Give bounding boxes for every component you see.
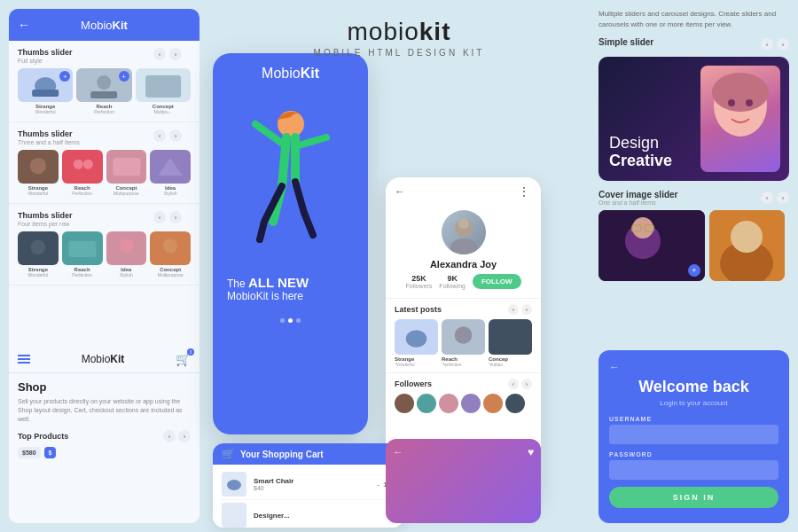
list-item[interactable]: Idea Stylish (106, 231, 147, 278)
svg-point-20 (227, 480, 241, 490)
dot (296, 318, 301, 323)
list-item[interactable]: Strange Wonderful (18, 231, 59, 278)
cart-title: Your Shopping Cart (240, 450, 324, 459)
followers-section: Followers ‹ › (386, 372, 541, 419)
username-label: USERNAME (609, 416, 778, 422)
svg-rect-4 (145, 75, 181, 98)
svg-rect-3 (90, 91, 117, 98)
cart-badge: 3 (187, 348, 194, 356)
thumb-img (106, 150, 147, 184)
posts-next[interactable]: › (521, 304, 532, 315)
password-input[interactable] (609, 460, 778, 480)
slider-3-next[interactable]: › (169, 211, 182, 223)
svg-point-13 (163, 239, 177, 253)
svg-point-22 (712, 73, 769, 112)
list-item[interactable]: Strange Wonderful (18, 150, 59, 196)
slider-2-prev[interactable]: ‹ (153, 129, 166, 142)
strip-back-icon[interactable]: ← (393, 446, 403, 458)
thumb-img (18, 150, 59, 184)
slider-1-prev[interactable]: ‹ (153, 48, 166, 60)
follow-button[interactable]: FOLLOW (473, 274, 521, 289)
list-item[interactable]: + Reach Perfection (76, 68, 131, 114)
followers-prev[interactable]: ‹ (508, 379, 519, 389)
svg-rect-11 (68, 241, 96, 257)
list-item[interactable]: Concept Multipu... (136, 68, 191, 114)
shop-logo: MobioKit (82, 353, 125, 365)
thumb-img (150, 231, 191, 265)
list-item[interactable]: + Strange Wonderful (18, 68, 73, 114)
qty-minus[interactable]: - (377, 481, 379, 489)
list-item[interactable]: Reach Perfection (62, 150, 103, 196)
cover-slider-prev[interactable]: ‹ (761, 192, 773, 204)
shop-panel: MobioKit 🛒 3 Shop Sell your products dir… (9, 346, 200, 523)
profile-name: Alexandra Joy (430, 259, 497, 270)
profile-avatar-area: Alexandra Joy 25K Followers 9K Following… (386, 206, 541, 298)
svg-marker-9 (158, 158, 182, 176)
thumb-img-3 (136, 68, 191, 102)
posts-prev[interactable]: ‹ (508, 304, 519, 315)
svg-point-23 (728, 99, 735, 106)
followers-title: Followers (395, 379, 432, 388)
top-products-header: Top Products ‹ › (18, 430, 191, 442)
slider-2-next[interactable]: › (169, 129, 182, 142)
slider-3-prev[interactable]: ‹ (153, 211, 166, 223)
svg-point-32 (731, 221, 763, 253)
thumb-row-3: Strange Wonderful Reach Perfection Idea … (18, 231, 191, 278)
list-item[interactable]: Strange Wonderful (395, 319, 438, 367)
login-subtitle: Login to your account (609, 399, 778, 407)
thumb-img-2: + (76, 68, 131, 102)
center-tagline-2: MobioKit is here (227, 290, 354, 302)
profile-back-icon[interactable]: ← (395, 185, 405, 198)
signin-button[interactable]: SIGN IN (609, 487, 778, 508)
simple-slider-prev[interactable]: ‹ (761, 38, 773, 51)
cart-item[interactable]: Smart Chair $40 - 1 + (222, 469, 395, 500)
hamburger-icon[interactable] (18, 355, 30, 364)
list-item[interactable]: Reach Perfection (442, 319, 485, 367)
products-prev[interactable]: ‹ (163, 430, 176, 442)
latest-posts-section: Latest posts ‹ › Strange Wonderful Reach… (386, 298, 541, 372)
products-next[interactable]: › (178, 430, 191, 442)
follower-avatar (483, 394, 503, 413)
main-title: mobiokit MOBILE HTML DESIGN KIT (314, 18, 485, 58)
username-input[interactable] (609, 425, 778, 444)
profile-menu-icon[interactable]: ⋮ (518, 184, 532, 199)
thumb-img (106, 231, 147, 265)
list-item[interactable]: Concep Multipo... (489, 319, 532, 367)
svg-point-2 (97, 75, 111, 90)
right-panel-top: Multiple sliders and carousel designs. C… (598, 9, 789, 281)
center-tagline: The ALL NEW (227, 275, 354, 290)
top-products-label: Top Products (18, 432, 68, 441)
svg-point-27 (632, 217, 653, 239)
center-figure (213, 89, 368, 266)
cover-slider-next[interactable]: › (777, 192, 789, 204)
following-stat: 9K Following (439, 274, 466, 289)
thumb-img-1: + (18, 68, 73, 102)
cover-slider-section: Cover image slider One and a half items … (598, 190, 789, 281)
phone-back-icon[interactable]: ← (18, 18, 30, 32)
avatar (442, 210, 486, 254)
price-item[interactable]: $580 (18, 447, 41, 458)
followers-next[interactable]: › (521, 379, 532, 389)
cover-image-main: + (598, 210, 705, 281)
dot-active (288, 318, 293, 323)
hero-image (700, 66, 780, 172)
password-label: PASSWORD (609, 451, 778, 458)
svg-point-16 (450, 239, 477, 254)
list-item[interactable]: Reach Perfection (62, 231, 103, 278)
cover-slider-sublabel: One and a half items (598, 200, 677, 206)
list-item[interactable]: Concept Multipurpose (150, 231, 191, 278)
cart-item[interactable]: Designer... (222, 500, 395, 528)
cart-item-details: Designer... (254, 512, 289, 520)
cart-icon[interactable]: 🛒 3 (176, 352, 191, 366)
strip-heart-icon[interactable]: ♥ (528, 446, 534, 458)
simple-slider-header: Simple slider ‹ › (598, 37, 789, 51)
list-item[interactable]: Concept Multipurpose (106, 150, 147, 196)
simple-slider-next[interactable]: › (777, 38, 789, 51)
thumb-img (62, 231, 103, 265)
cart-item-details: Smart Chair $40 (254, 477, 293, 491)
login-back-icon[interactable]: ← (609, 361, 778, 373)
list-item[interactable]: Idea Stylish (150, 150, 191, 196)
slider-1-next[interactable]: › (169, 48, 182, 60)
follower-avatar (439, 394, 458, 413)
center-phone: MobioKit The ALL NEW MobioKit is here (213, 53, 368, 434)
